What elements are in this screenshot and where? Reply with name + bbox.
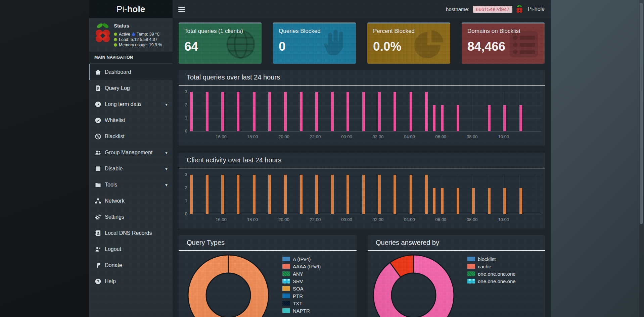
- sidebar-item-blacklist[interactable]: Blacklist: [89, 128, 173, 145]
- sidebar-item-donate[interactable]: Donate: [89, 257, 173, 273]
- query-bar[interactable]: [433, 188, 435, 214]
- stat-card-title: Domains on Blocklist: [467, 28, 520, 35]
- query-bar[interactable]: [331, 92, 334, 131]
- query-bar[interactable]: [331, 175, 334, 214]
- bar-chart-plot[interactable]: 012316:0018:0020:0022:0000:0002:0004:000…: [190, 92, 541, 131]
- query-bar[interactable]: [300, 92, 303, 131]
- query-bar[interactable]: [457, 105, 459, 131]
- sidebar-item-query-log[interactable]: Query Log: [89, 80, 173, 96]
- query-bar[interactable]: [425, 175, 428, 214]
- query-bar[interactable]: [315, 92, 318, 131]
- sidebar-menu: DashboardQuery LogLong term data▾Whiteli…: [89, 64, 173, 289]
- sidebar-item-whitelist[interactable]: Whitelist: [89, 112, 173, 128]
- query-bar[interactable]: [488, 105, 491, 131]
- query-bar[interactable]: [190, 175, 193, 214]
- query-bar[interactable]: [425, 92, 428, 131]
- query-bar[interactable]: [206, 175, 209, 214]
- load-ok-icon: [114, 38, 117, 41]
- query-bar[interactable]: [268, 92, 271, 131]
- memory-label: Memory usage: 19.9 %: [119, 43, 162, 47]
- sidebar-item-label: Donate: [105, 257, 122, 273]
- y-axis-tick: 3: [179, 89, 187, 94]
- scrollbar-thumb[interactable]: [640, 3, 643, 224]
- brand-link[interactable]: Pi-hole: [528, 6, 545, 12]
- sidebar-item-long-term-data[interactable]: Long term data▾: [89, 96, 173, 112]
- navbar-right-group: hostname: 666154e2d947 Pi-hole: [446, 0, 545, 18]
- query-bar[interactable]: [300, 175, 303, 214]
- sidebar-item-dashboard[interactable]: Dashboard: [89, 64, 173, 80]
- x-axis-tick: 22:00: [305, 217, 325, 222]
- users-icon: [95, 149, 101, 156]
- pihole-raspberry-logo: [94, 22, 112, 43]
- sidebar-item-disable[interactable]: Disable▾: [89, 161, 173, 177]
- query-bar[interactable]: [503, 188, 506, 214]
- query-bar[interactable]: [378, 175, 381, 214]
- sidebar-item-local-dns-records[interactable]: Local DNS Records: [89, 225, 173, 241]
- sidebar-item-tools[interactable]: Tools▾: [89, 177, 173, 193]
- query-bar[interactable]: [410, 175, 412, 214]
- sidebar-item-help[interactable]: ?Help: [89, 273, 173, 289]
- legend-swatch: [467, 257, 475, 261]
- query-bar[interactable]: [503, 105, 506, 131]
- sidebar-item-label: Dashboard: [105, 64, 131, 80]
- x-axis-tick: 18:00: [242, 134, 263, 139]
- sidebar-item-logout[interactable]: Logout: [89, 241, 173, 257]
- query-bar[interactable]: [362, 175, 365, 214]
- query-bar[interactable]: [347, 175, 349, 214]
- query-bar[interactable]: [268, 175, 271, 214]
- legend-label: TXT: [293, 301, 302, 306]
- hand-icon: [319, 28, 351, 60]
- query-bar[interactable]: [284, 92, 287, 131]
- donut-chart[interactable]: [185, 252, 272, 317]
- query-bar[interactable]: [284, 175, 287, 214]
- query-bar[interactable]: [378, 92, 381, 131]
- query-types-panel: Query TypesA (IPv4)AAAA (IPv6)ANYSRVSOAP…: [179, 235, 357, 317]
- legend-label: blocklist: [478, 256, 496, 262]
- query-bar[interactable]: [433, 105, 435, 131]
- query-bar[interactable]: [441, 105, 444, 131]
- sidebar-item-network[interactable]: Network: [89, 193, 173, 209]
- chevron-down-icon[interactable]: ▾: [165, 177, 168, 193]
- query-bar[interactable]: [237, 175, 239, 214]
- sidebar-item-label: Settings: [105, 209, 124, 225]
- legend-item: SRV: [282, 278, 303, 284]
- query-bar[interactable]: [221, 92, 224, 131]
- desktop-left-strip: [0, 0, 89, 317]
- query-bar[interactable]: [519, 105, 522, 131]
- stat-card-2: Percent Blocked0.0%: [367, 22, 450, 64]
- query-bar[interactable]: [253, 92, 256, 131]
- status-line-load: Load: 5.12 5.58 4.37: [114, 37, 162, 42]
- stat-card-title: Queries Blocked: [279, 28, 321, 35]
- query-bar[interactable]: [221, 175, 224, 214]
- chevron-down-icon[interactable]: ▾: [165, 96, 168, 112]
- legend-item: SOA: [282, 285, 304, 292]
- x-axis-tick: 06:00: [431, 134, 451, 139]
- query-bar[interactable]: [190, 92, 193, 131]
- query-bar[interactable]: [347, 92, 349, 131]
- donut-chart[interactable]: [370, 252, 457, 317]
- query-bar[interactable]: [315, 175, 318, 214]
- chevron-down-icon[interactable]: ▾: [165, 161, 168, 177]
- query-bar[interactable]: [394, 92, 396, 131]
- query-bar[interactable]: [253, 175, 256, 214]
- query-bar[interactable]: [410, 92, 412, 131]
- chevron-down-icon[interactable]: ▾: [165, 145, 168, 161]
- query-bar[interactable]: [472, 188, 475, 214]
- x-axis-tick: 08:00: [462, 134, 482, 139]
- query-bar[interactable]: [519, 188, 522, 214]
- hamburger-menu-icon[interactable]: [178, 7, 185, 12]
- query-bar[interactable]: [394, 175, 396, 214]
- query-bar[interactable]: [237, 92, 239, 131]
- query-bar[interactable]: [362, 92, 365, 131]
- bar-chart-plot[interactable]: 012316:0018:0020:0022:0000:0002:0004:000…: [190, 175, 541, 214]
- clock-icon: [95, 101, 101, 108]
- query-bar[interactable]: [441, 188, 444, 214]
- query-bar[interactable]: [488, 188, 491, 214]
- x-axis-tick: 02:00: [368, 134, 388, 139]
- query-bar[interactable]: [206, 92, 209, 131]
- query-bar[interactable]: [457, 188, 459, 214]
- app-logo[interactable]: Pi-hole: [89, 0, 173, 18]
- x-axis-tick: 04:00: [399, 134, 419, 139]
- sidebar-item-settings[interactable]: Settings: [89, 209, 173, 225]
- sidebar-item-group-management[interactable]: Group Management▾: [89, 145, 173, 161]
